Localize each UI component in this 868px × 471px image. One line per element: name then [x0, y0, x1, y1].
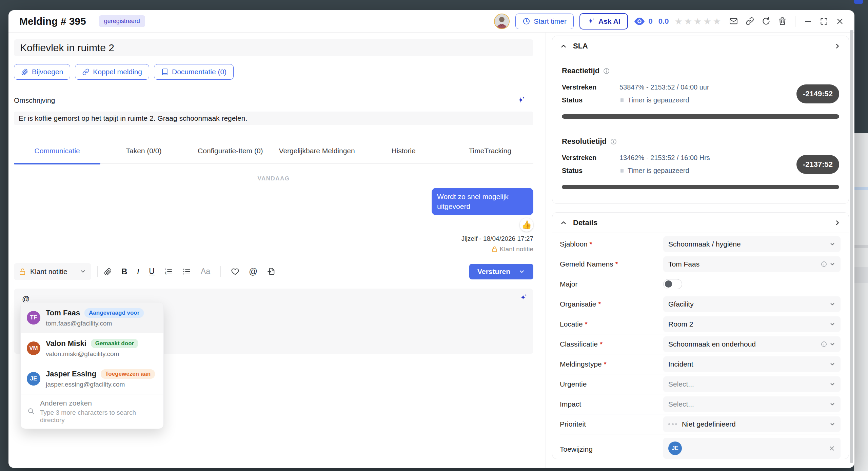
classificatie-select[interactable]: Schoonmaak en onderhoud [663, 336, 841, 352]
status-value: Timer is gepauzeerd [628, 96, 689, 104]
role-badge: Toegewezen aan [101, 369, 155, 379]
info-icon[interactable] [610, 138, 617, 145]
status-badge: geregistreerd [99, 15, 145, 27]
field-label: Organisatie [560, 300, 663, 308]
sla-card: SLA Reactietijd [552, 36, 849, 204]
tab-vergelijkbare-meldingen[interactable]: Vergelijkbare Meldingen [274, 147, 360, 163]
field-placeholder: Select... [668, 380, 694, 388]
italic-button[interactable]: I [137, 267, 139, 276]
tab-taken[interactable]: Taken (0/0) [100, 147, 187, 163]
organisatie-select[interactable]: Gfacility [663, 296, 841, 312]
avatar: VM [27, 341, 40, 355]
close-button[interactable] [835, 16, 845, 26]
tab-configuratie-item[interactable]: Configuratie-Item (0) [187, 147, 274, 163]
field-label: Meldingstype [560, 360, 663, 368]
note-type-select[interactable]: Klant notitie [14, 263, 91, 280]
insert-template-icon[interactable] [267, 267, 276, 276]
ordered-list-button[interactable]: 1 2 3 [164, 267, 173, 276]
minimize-button[interactable] [803, 16, 813, 26]
details-card-header[interactable]: Details [552, 213, 849, 233]
melding-detail-modal: Melding # 395 geregistreerd Start timer [8, 10, 854, 468]
chevron-up-icon[interactable] [560, 42, 567, 50]
link-report-button[interactable]: Koppel melding [75, 64, 149, 80]
page-title: Melding # 395 [19, 16, 86, 27]
documentation-button[interactable]: Documentatie (0) [154, 64, 234, 80]
prioriteit-select[interactable]: Niet gedefinieerd [663, 416, 841, 432]
mention-button[interactable]: @ [249, 267, 257, 276]
locatie-select[interactable]: Room 2 [663, 316, 841, 332]
chevron-down-icon [829, 261, 835, 267]
start-timer-button[interactable]: Start timer [515, 14, 574, 29]
field-label: Impact [560, 400, 663, 408]
avatar-photo [495, 14, 509, 28]
editor-toolbar: Klant notitie B I U [14, 263, 533, 280]
search-hint: Type 3 more characters to search directo… [40, 409, 157, 424]
thumbs-up-reaction[interactable]: 👍 [520, 218, 533, 232]
person-email: jasper.essing@gfacility.com [46, 381, 155, 388]
watchers-stat[interactable]: 0 [634, 17, 653, 26]
lock-open-icon [492, 246, 497, 252]
delete-button[interactable] [777, 16, 788, 26]
impact-select[interactable]: Select... [663, 396, 841, 412]
rating-stars[interactable]: ★★★★★ [674, 17, 723, 26]
field-label: Locatie [560, 320, 663, 328]
details-card: Details Sjabloon Schoonmaak / hygiëne [552, 212, 849, 459]
tab-communicatie[interactable]: Communicatie [14, 147, 100, 163]
ticket-side-panel: SLA Reactietijd [546, 33, 854, 468]
bold-button[interactable]: B [121, 267, 127, 276]
clear-assignee-icon[interactable] [828, 445, 835, 452]
chevron-down-icon [829, 241, 835, 247]
field-row-sjabloon: Sjabloon Schoonmaak / hygiëne [560, 234, 841, 254]
sla-countdown-badge: -2137:52 [796, 155, 839, 174]
info-icon[interactable] [821, 261, 827, 267]
toewijzing-field[interactable]: JE [663, 438, 841, 459]
fullscreen-button[interactable] [819, 16, 829, 26]
mention-item-jasper-essing[interactable]: JE Jasper Essing Toegewezen aan jasper.e… [21, 364, 163, 394]
meldingstype-select[interactable]: Incident [663, 356, 841, 372]
search-icon [27, 408, 35, 415]
field-value: Room 2 [668, 320, 693, 328]
ask-ai-button[interactable]: Ask AI [579, 13, 628, 30]
chevron-right-icon[interactable] [834, 219, 841, 227]
send-button[interactable]: Versturen [469, 264, 533, 279]
sla-card-header[interactable]: SLA [552, 36, 849, 56]
assignee-avatar[interactable]: JE [668, 441, 682, 455]
ticket-title-input[interactable]: Koffievlek in ruimte 2 [14, 39, 533, 56]
elapsed-value: 53847% - 2153:52 / 04:00 uur [619, 83, 796, 91]
tab-historie[interactable]: Historie [360, 147, 447, 163]
background-active-tab [854, 0, 863, 4]
copy-link-button[interactable] [745, 16, 755, 26]
field-value: Tom Faas [668, 260, 699, 268]
chevron-right-icon[interactable] [834, 42, 841, 50]
refresh-button[interactable] [761, 16, 771, 26]
info-icon[interactable] [603, 68, 610, 74]
email-button[interactable] [728, 16, 739, 26]
tab-timetracking[interactable]: TimeTracking [447, 147, 533, 163]
heart-button[interactable] [231, 267, 239, 276]
search-title: Anderen zoeken [40, 399, 157, 407]
description-label: Omschrijving [14, 96, 55, 104]
field-row-organisatie: Organisatie Gfacility [560, 294, 841, 314]
attach-file-icon[interactable] [104, 268, 112, 276]
user-avatar[interactable] [494, 14, 510, 29]
field-value: Schoonmaak / hygiëne [668, 240, 741, 248]
mention-item-valon-miski[interactable]: VM Valon Miski Gemaakt door valon.miski@… [21, 333, 163, 364]
underline-button[interactable]: U [149, 267, 155, 276]
sjabloon-select[interactable]: Schoonmaak / hygiëne [663, 236, 841, 252]
ai-sparkle-icon[interactable] [516, 96, 526, 105]
text-format-button[interactable]: Aa [201, 267, 210, 276]
chevron-down-icon [829, 361, 835, 367]
attach-button[interactable]: Bijvoegen [14, 64, 70, 80]
ai-sparkle-icon[interactable] [519, 293, 528, 302]
chevron-up-icon[interactable] [560, 219, 567, 227]
major-toggle[interactable] [663, 279, 682, 289]
bullet-list-button[interactable] [182, 267, 191, 276]
field-label: Urgentie [560, 380, 663, 388]
info-icon[interactable] [821, 341, 827, 347]
mention-item-tom-faas[interactable]: TF Tom Faas Aangevraagd voor tom.faas@gf… [21, 302, 163, 333]
divider [220, 266, 221, 277]
urgentie-select[interactable]: Select... [663, 376, 841, 392]
modal-scrollbar[interactable] [850, 30, 853, 463]
gemeld-namens-select[interactable]: Tom Faas [663, 256, 841, 272]
search-directory-option[interactable]: Anderen zoeken Type 3 more characters to… [21, 394, 163, 429]
